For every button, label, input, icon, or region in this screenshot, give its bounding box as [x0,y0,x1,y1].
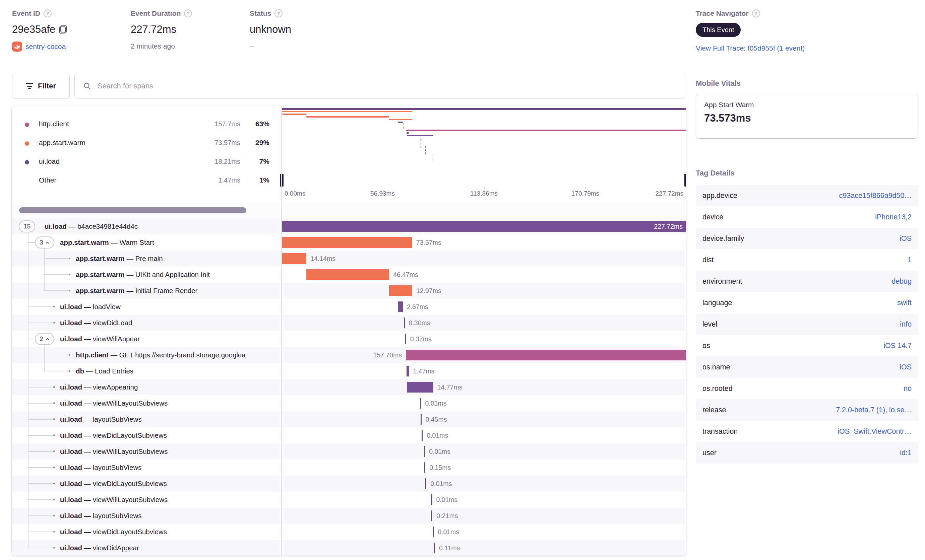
span-duration-bar[interactable] [431,510,432,521]
span-label: ui.load — viewDidAppear [60,540,139,556]
tree-connector [28,499,53,500]
tag-value-link[interactable]: iOS [899,234,911,243]
tree-gantt-divider[interactable] [281,106,282,555]
span-row[interactable]: ui.load — layoutSubViews0.21ms [12,508,686,524]
span-row[interactable]: ui.load — viewDidLayoutSubviews0.01ms [12,476,686,492]
filter-button[interactable]: Filter [12,74,70,99]
help-icon[interactable]: ? [752,9,760,17]
tag-value-link[interactable]: id:1 [900,449,911,457]
scrollbar-thumb[interactable] [19,207,246,213]
minimap-left-handle[interactable] [280,174,283,186]
span-row[interactable]: 3app.start.warm — Warm Start73.57ms [12,234,686,251]
span-tree-cell: ui.load — loadView [12,299,281,315]
span-children-toggle[interactable]: 3 [35,236,54,249]
span-duration-bar[interactable] [407,382,433,393]
span-row[interactable]: http.client — GET https://sentry-brand.s… [12,347,686,363]
view-full-trace-link[interactable]: View Full Trace: f05d955f (1 event) [696,44,805,52]
span-children-toggle[interactable]: 2 [35,333,54,345]
tag-value-link[interactable]: 7.2.0-beta.7 (1), io.se… [836,406,911,414]
filter-icon [26,83,33,89]
tag-value-link[interactable]: 1 [908,256,911,264]
span-duration-bar[interactable] [398,302,403,312]
span-row[interactable]: ui.load — viewWillLayoutSubviews0.01ms [12,492,686,508]
span-duration-bar[interactable] [420,398,421,408]
span-duration-bar[interactable] [433,527,434,537]
span-duration-bar[interactable] [424,462,425,473]
help-icon[interactable]: ? [184,9,192,17]
span-row[interactable]: app.start.warm — Pre main14.14ms [12,251,686,267]
legend-item[interactable]: ui.load18.21ms7% [12,153,281,171]
span-duration-bar[interactable] [405,333,406,344]
help-icon[interactable]: ? [44,9,51,17]
span-label: ui.load — viewDidLayoutSubviews [60,427,167,443]
span-row[interactable]: ui.load — layoutSubViews0.15ms [12,459,686,476]
tree-connector-dot [69,274,70,275]
span-duration-label: 0.37ms [410,331,432,347]
span-gantt-cell: 0.37ms [281,331,686,347]
tag-value-link[interactable]: no [904,384,911,393]
span-row[interactable]: ui.load — viewDidLoad0.30ms [12,315,686,331]
minimap-right-handle[interactable] [684,174,686,186]
span-duration-bar[interactable] [389,285,412,296]
span-tree-cell: 3app.start.warm — Warm Start [12,234,281,251]
tree-connector-dot [69,354,70,356]
span-row[interactable]: ui.load — viewDidLayoutSubviews0.01ms [12,427,686,443]
span-row[interactable]: ui.load — viewDidAppear0.11ms [12,540,686,556]
legend-item[interactable]: Other1.47ms1% [12,171,281,190]
span-row[interactable]: ui.load — viewDidLayoutSubviews0.01ms [12,524,686,540]
search-input[interactable] [98,82,678,90]
span-row[interactable]: ui.load — loadView2.67ms [12,299,686,315]
span-duration-bar[interactable] [425,478,426,489]
span-row[interactable]: ui.load — viewWillLayoutSubviews0.01ms [12,443,686,459]
tag-value-link[interactable]: c93ace15f866a9d50… [839,192,911,200]
span-duration-bar[interactable] [306,269,389,280]
help-icon[interactable]: ? [274,9,283,17]
span-duration-bar[interactable] [420,414,422,425]
event-id-block: Event ID? 29e35afe sentry-cocoa [12,9,67,52]
tag-value-link[interactable]: iOS_Swift.ViewContr… [838,427,911,436]
span-row[interactable]: db — Load Entries1.47ms [12,363,686,379]
span-duration-label: 0.30ms [409,315,430,331]
tag-value-link[interactable]: iOS 14.7 [883,342,911,350]
span-tree-cell: ui.load — viewDidLayoutSubviews [12,476,281,492]
span-row[interactable]: app.start.warm — UIKit and Application I… [12,267,686,283]
span-children-toggle[interactable]: 15 [19,221,35,233]
span-duration-bar[interactable] [281,237,412,248]
span-row[interactable]: app.start.warm — Initial Frame Render12.… [12,283,686,299]
span-row[interactable]: ui.load — viewWillLayoutSubviews0.01ms [12,395,686,411]
axis-tick [383,187,383,189]
span-duration-bar[interactable] [281,253,306,264]
tag-value-link[interactable]: swift [897,299,911,307]
mobile-vitals-heading: Mobile Vitals [696,79,741,88]
copy-icon[interactable] [59,26,67,33]
span-row[interactable]: 15ui.load — b4ace34981e44d4c227.72ms [12,218,686,234]
span-duration-bar[interactable] [422,430,423,441]
tag-value-link[interactable]: iPhone13,2 [875,213,911,221]
tag-value-link[interactable]: info [900,320,911,329]
legend-item[interactable]: app.start.warm73.57ms29% [12,134,281,153]
span-search [74,74,686,99]
legend-item[interactable]: http.client157.7ms63% [12,115,281,134]
span-row[interactable]: ui.load — viewAppearing14.77ms [12,379,686,395]
span-duration-bar[interactable] [431,494,432,505]
span-row[interactable]: ui.load — layoutSubViews0.45ms [12,411,686,427]
span-duration-bar[interactable] [404,318,405,328]
tag-value-link[interactable]: debug [892,277,911,286]
span-tree-cell: ui.load — layoutSubViews [12,411,281,427]
project-link[interactable]: sentry-cocoa [26,42,66,51]
span-duration-label: 0.01ms [436,492,458,508]
span-row[interactable]: 2ui.load — viewWillAppear0.37ms [12,331,686,347]
trace-minimap[interactable]: 0.00ms56.93ms113.86ms170.79ms227.72ms [281,106,686,202]
this-event-badge[interactable]: This Event [696,23,741,37]
span-duration-bar[interactable] [407,366,409,377]
mobile-vitals-card[interactable]: App Start Warm 73.573ms [696,94,918,139]
span-duration-bar[interactable] [406,350,686,360]
span-duration-bar[interactable] [281,221,686,232]
tag-value-link[interactable]: iOS [899,363,911,371]
tag-key: release [702,406,726,414]
tree-connector-dot [53,402,55,404]
span-duration-bar[interactable] [434,543,435,553]
tree-connector-dot [69,258,70,259]
trace-navigator-label: Trace Navigator [696,9,749,17]
span-duration-bar[interactable] [424,446,425,457]
